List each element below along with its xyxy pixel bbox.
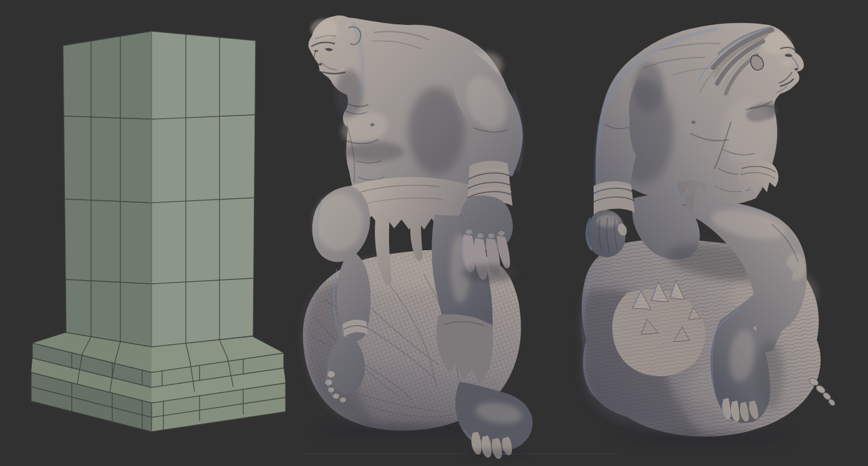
troll-a-foot-shadow <box>460 449 532 459</box>
troll-b-chest-highlight <box>722 100 774 168</box>
troll-b-armpit-shadow <box>634 62 663 112</box>
troll-b-nipple <box>692 121 696 124</box>
pillar-left-face <box>63 31 152 347</box>
pillar-right-face <box>152 31 256 347</box>
rock-b-contact-shadow <box>608 432 795 444</box>
sculpt-viewport-canvas[interactable] <box>0 0 868 466</box>
base-mesh <box>31 31 286 432</box>
troll-b-cheek-highlight <box>782 59 792 66</box>
viewport-render <box>0 0 868 466</box>
troll-a-lat-shadow <box>408 87 465 175</box>
troll-a-nipple <box>370 124 374 127</box>
troll-sculpt-left-view <box>303 16 533 459</box>
troll-b-foot-rock-shadow <box>756 340 784 409</box>
troll-b-nostril <box>794 68 798 70</box>
troll-a-nostril <box>319 63 322 66</box>
